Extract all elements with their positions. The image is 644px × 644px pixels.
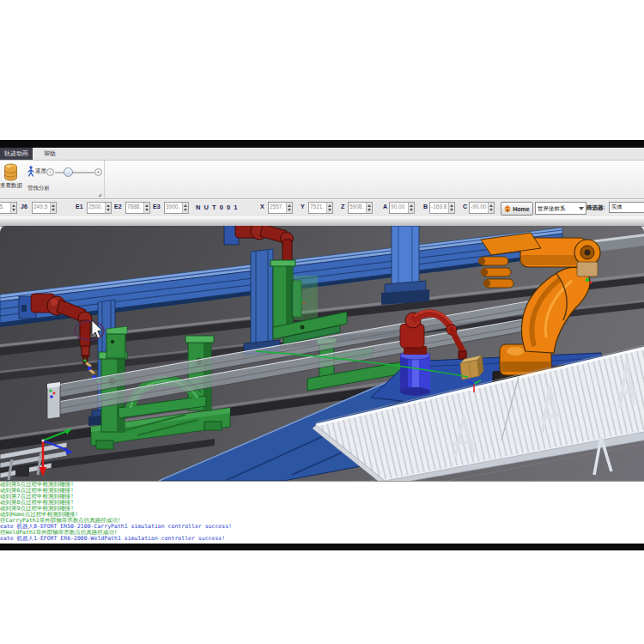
jog-status-bar: 5. J6 249.5 E1 2500. E2 7888. E3 3900. N…	[0, 199, 644, 218]
speed-increase-icon[interactable]: +	[94, 168, 102, 176]
e2-spinbox[interactable]: 7888.	[125, 202, 150, 214]
field-label-x: X	[260, 204, 264, 210]
field-label-e1: E1	[76, 204, 83, 210]
log-line: 动到第6点过程中检测到碰撞!	[0, 488, 644, 494]
message-log-panel: 动到第5点过程中检测到碰撞! 动到第6点过程中检测到碰撞! 动到第7点过程中检测…	[0, 481, 644, 544]
b-spinbox[interactable]: -169.8	[429, 202, 455, 214]
joint-spinbox-partial[interactable]: 5.	[0, 202, 17, 214]
ribbon-tabstrip: 轨迹动画 帮助	[0, 148, 644, 161]
log-line: 动到第5点过程中检测到碰撞!	[0, 482, 644, 488]
group-dialog-launcher-icon[interactable]	[98, 193, 101, 197]
field-label-c: C	[463, 204, 467, 210]
chevron-down-icon	[579, 207, 584, 210]
y-spinbox[interactable]: 7521.	[308, 202, 333, 214]
ribbon-group: 查看数据 速度 − + 管线分析	[0, 161, 105, 198]
gripper-fingers	[478, 257, 513, 288]
walking-person-icon	[27, 166, 34, 177]
view-data-button[interactable]: 查看数据	[0, 182, 22, 190]
bottom-bar	[0, 544, 644, 550]
log-line: 动到第7点过程中检测到碰撞!	[0, 494, 644, 500]
tab-trajectory-animation[interactable]: 轨迹动画	[0, 148, 33, 160]
field-label-y: Y	[301, 204, 305, 210]
speed-decrease-icon[interactable]: −	[46, 168, 54, 176]
field-label-e2: E2	[114, 204, 122, 210]
c-spinbox[interactable]: -90.00	[469, 202, 495, 214]
simulation-scene	[0, 226, 644, 481]
home-icon	[504, 205, 511, 212]
3d-viewport[interactable]	[0, 226, 644, 481]
database-icon[interactable]	[3, 163, 18, 181]
blue-drum	[400, 351, 430, 396]
speed-slider-thumb[interactable]	[64, 167, 73, 177]
title-bar	[0, 140, 644, 148]
field-label-z: Z	[341, 204, 344, 210]
pipeline-analysis-button[interactable]: 管线分析	[27, 185, 50, 192]
app-window: 轨迹动画 帮助 查看数据 速度 − + 管线分析 5.	[0, 0, 644, 644]
speed-slider-track[interactable]	[55, 172, 94, 173]
pose-config-flags: N U T 0 0 1	[196, 204, 238, 211]
filter-input[interactable]	[609, 202, 644, 213]
log-line: eate 机器人1-EFORT ER6-2000-WeldPath1 simul…	[0, 536, 644, 542]
log-line: 动到第9点过程中检测到碰撞!	[0, 506, 644, 512]
e1-spinbox[interactable]: 2500.	[87, 202, 112, 214]
a-spinbox[interactable]: 90.00	[389, 202, 415, 214]
j6-spinbox[interactable]: 249.5	[32, 202, 57, 214]
speed-label: 速度	[35, 167, 46, 175]
home-button[interactable]: Home	[501, 202, 533, 216]
z-spinbox[interactable]: 5908.	[348, 202, 373, 214]
tab-help[interactable]: 帮助	[38, 148, 62, 160]
coordinate-system-dropdown[interactable]: 世界坐标系	[535, 202, 586, 215]
field-label-b: B	[423, 204, 428, 210]
field-label-j6: J6	[21, 204, 27, 210]
log-line: 动到第8点过程中检测到碰撞!	[0, 500, 644, 506]
field-label-a: A	[383, 204, 387, 210]
filter-label: 筛选器:	[586, 204, 605, 212]
field-label-e3: E3	[153, 204, 161, 210]
ribbon: 查看数据 速度 − + 管线分析	[0, 161, 644, 199]
x-spinbox[interactable]: 2557.	[268, 202, 293, 214]
e3-spinbox[interactable]: 3900.	[164, 202, 189, 214]
